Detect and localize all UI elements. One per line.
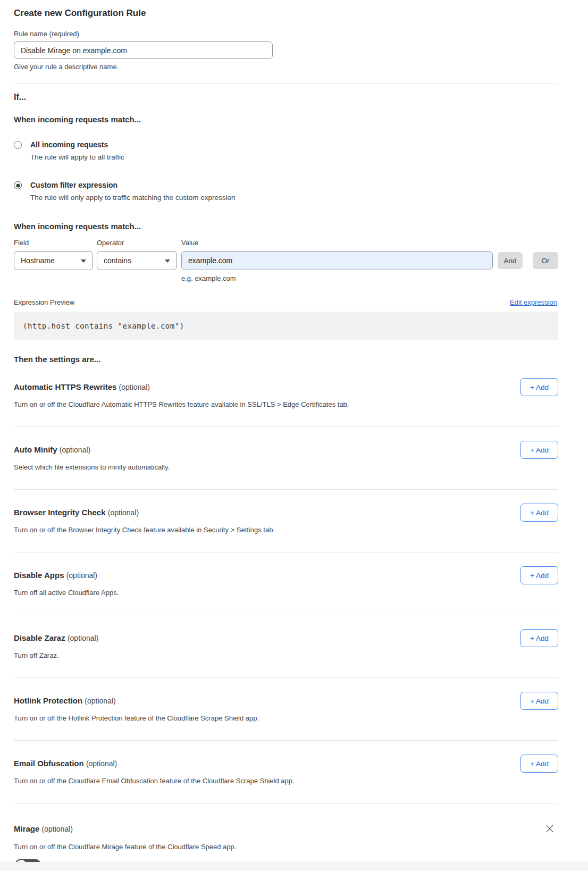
operator-label: Operator: [97, 239, 177, 247]
setting-description: Turn off all active Cloudflare Apps.: [14, 589, 482, 597]
add-button[interactable]: + Add: [520, 441, 558, 459]
setting-optional: (optional): [86, 759, 117, 768]
expression-builder-heading: When incoming requests match...: [14, 221, 558, 231]
operator-select-value: contains: [104, 256, 131, 265]
rule-name-help: Give your rule a descriptive name.: [14, 63, 558, 71]
setting-optional: (optional): [108, 508, 139, 517]
expression-preview-label: Expression Preview: [14, 298, 74, 306]
setting-auto-minify: Auto Minify (optional) + Add Select whic…: [14, 427, 558, 490]
setting-description: Turn on or off the Cloudflare Mirage fea…: [14, 843, 482, 851]
setting-email-obfuscation: Email Obfuscation (optional) + Add Turn …: [14, 741, 558, 803]
setting-name: Disable Apps: [14, 571, 64, 580]
field-select-value: Hostname: [21, 256, 55, 265]
match-heading: When incoming requests match...: [14, 114, 558, 124]
value-help-text: e.g. example.com: [181, 274, 558, 282]
radio-option-all-requests[interactable]: All incoming requests The rule will appl…: [14, 140, 558, 162]
add-button[interactable]: + Add: [520, 755, 558, 773]
rule-name-label: Rule name (required): [14, 30, 558, 38]
then-settings-heading: Then the settings are...: [14, 354, 558, 364]
if-heading: If...: [14, 92, 558, 103]
operator-select[interactable]: contains: [97, 251, 177, 270]
setting-optional: (optional): [42, 825, 73, 833]
setting-name: Auto Minify: [14, 445, 57, 454]
radio-description: The rule will apply to all traffic: [30, 153, 124, 162]
setting-description: Select which file extensions to minify a…: [14, 463, 482, 472]
value-input[interactable]: [181, 251, 493, 270]
setting-description: Turn on or off the Cloudflare Email Obfu…: [14, 777, 482, 785]
setting-description: Turn off Zaraz.: [14, 651, 482, 660]
setting-name: Disable Zaraz: [14, 633, 65, 642]
add-button[interactable]: + Add: [520, 566, 558, 584]
setting-optional: (optional): [85, 697, 115, 705]
setting-mirage: Mirage (optional) Turn on or off the Clo…: [14, 803, 558, 871]
setting-optional: (optional): [66, 571, 97, 580]
close-icon[interactable]: [545, 825, 554, 833]
setting-description: Turn on or off the Browser Integrity Che…: [14, 526, 482, 534]
setting-name: Hotlink Protection: [14, 696, 82, 705]
setting-description: Turn on or off the Cloudflare Automatic …: [14, 400, 482, 409]
or-button[interactable]: Or: [533, 252, 558, 269]
setting-name: Automatic HTTPS Rewrites: [14, 382, 116, 391]
setting-optional: (optional): [119, 383, 150, 391]
and-button[interactable]: And: [498, 252, 523, 269]
radio-description: The rule will only apply to traffic matc…: [30, 193, 235, 202]
setting-name: Email Obfuscation: [14, 759, 84, 768]
field-label: Field: [14, 239, 93, 247]
setting-disable-apps: Disable Apps (optional) + Add Turn off a…: [14, 552, 558, 615]
setting-name: Mirage: [14, 824, 39, 833]
field-select[interactable]: Hostname: [14, 251, 93, 270]
setting-optional: (optional): [60, 446, 90, 454]
radio-button-selected[interactable]: [14, 181, 22, 189]
setting-disable-zaraz: Disable Zaraz (optional) + Add Turn off …: [14, 615, 558, 678]
expression-preview-code: (http.host contains "example.com"): [14, 312, 558, 340]
setting-description: Turn on or off the Hotlink Protection fe…: [14, 714, 482, 723]
edit-expression-link[interactable]: Edit expression: [510, 298, 557, 306]
value-label: Value: [181, 239, 493, 247]
rule-name-input[interactable]: [14, 41, 273, 59]
chevron-down-icon: [81, 259, 86, 263]
expression-builder-row: Field Hostname Operator contains Value A…: [14, 239, 558, 270]
setting-optional: (optional): [68, 634, 98, 642]
divider: [14, 83, 558, 83]
add-button[interactable]: + Add: [520, 692, 558, 710]
setting-automatic-https-rewrites: Automatic HTTPS Rewrites (optional) + Ad…: [14, 364, 558, 427]
chevron-down-icon: [165, 259, 170, 263]
page-title: Create new Configuration Rule: [14, 0, 558, 19]
add-button[interactable]: + Add: [520, 629, 558, 647]
radio-label[interactable]: All incoming requests: [30, 140, 124, 149]
radio-option-custom-filter[interactable]: Custom filter expression The rule will o…: [14, 181, 558, 202]
setting-name: Browser Integrity Check: [14, 508, 106, 517]
radio-label[interactable]: Custom filter expression: [30, 181, 235, 190]
add-button[interactable]: + Add: [520, 378, 558, 396]
setting-browser-integrity-check: Browser Integrity Check (optional) + Add…: [14, 490, 558, 552]
setting-hotlink-protection: Hotlink Protection (optional) + Add Turn…: [14, 678, 558, 741]
footer-strip: [0, 862, 588, 871]
add-button[interactable]: + Add: [520, 504, 558, 522]
radio-button-unselected[interactable]: [14, 141, 22, 149]
